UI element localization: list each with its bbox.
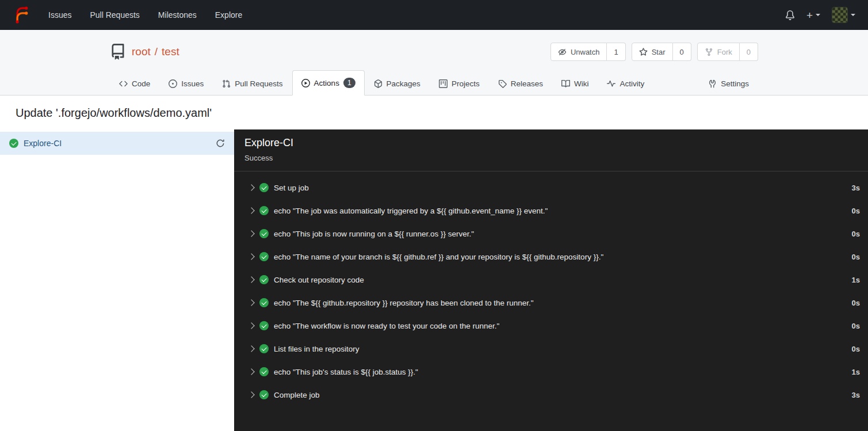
pulse-icon (607, 79, 615, 88)
fork-button-group: Fork 0 (697, 43, 758, 61)
step-name: echo "This job's status is ${{ job.statu… (274, 368, 418, 376)
repo-owner-link[interactable]: root (132, 45, 151, 58)
watch-count[interactable]: 1 (607, 43, 625, 61)
tab-issues[interactable]: Issues (159, 72, 213, 96)
step-row[interactable]: List files in the repository 0s (247, 337, 860, 360)
step-duration: 3s (845, 184, 860, 192)
chevron-down-icon (816, 14, 820, 16)
fork-icon (705, 48, 713, 56)
star-label: Star (652, 48, 666, 56)
project-board-icon (439, 79, 448, 88)
tab-label: Projects (452, 79, 480, 88)
tab-code[interactable]: Code (110, 72, 159, 96)
bell-icon (785, 10, 795, 20)
tab-pull-requests[interactable]: Pull Requests (213, 72, 292, 96)
nav-item-milestones[interactable]: Milestones (149, 0, 206, 30)
step-duration: 0s (845, 345, 860, 353)
chevron-right-icon (248, 185, 254, 191)
step-success-icon (259, 344, 269, 353)
step-row[interactable]: Check out repository code 1s (247, 268, 860, 291)
tab-wiki[interactable]: Wiki (552, 72, 598, 96)
jobs-sidebar: Explore-CI (0, 129, 234, 431)
rerun-job-button[interactable] (216, 139, 225, 148)
nav-item-issues[interactable]: Issues (39, 0, 81, 30)
sync-icon (216, 139, 225, 148)
step-row[interactable]: echo "The name of your branch is ${{ git… (247, 245, 860, 268)
step-row[interactable]: Set up job 3s (247, 176, 860, 199)
step-success-icon (259, 367, 269, 376)
step-duration: 3s (845, 391, 860, 399)
tab-actions[interactable]: Actions 1 (292, 70, 365, 96)
step-name: Check out repository code (274, 276, 364, 284)
tab-projects[interactable]: Projects (430, 72, 489, 96)
tab-label: Releases (511, 79, 543, 88)
top-navbar: Issues Pull Requests Milestones Explore … (0, 0, 868, 30)
chevron-right-icon (248, 277, 254, 283)
repo-header: root / test Unwatch 1 (0, 30, 868, 96)
step-row[interactable]: echo "This job's status is ${{ job.statu… (247, 360, 860, 383)
unwatch-button[interactable]: Unwatch (550, 43, 607, 61)
step-duration: 1s (845, 276, 860, 284)
book-icon (561, 79, 570, 88)
tab-releases[interactable]: Releases (489, 72, 552, 96)
chevron-right-icon (248, 392, 254, 398)
tab-settings[interactable]: Settings (699, 72, 758, 96)
unwatch-label: Unwatch (571, 48, 600, 56)
tab-label: Wiki (574, 79, 589, 88)
chevron-right-icon (248, 346, 254, 352)
tab-packages[interactable]: Packages (365, 72, 430, 96)
chevron-right-icon (248, 300, 254, 306)
repo-icon (110, 44, 126, 60)
steps-panel: Explore-CI Success Set up job 3s echo "T… (234, 129, 868, 431)
actions-count-badge: 1 (343, 78, 355, 88)
create-new-button[interactable]: + (806, 10, 820, 21)
issue-icon (169, 79, 177, 88)
nav-item-pull-requests[interactable]: Pull Requests (81, 0, 148, 30)
panel-job-status: Success (244, 154, 858, 162)
step-row[interactable]: echo "This job is now running on a ${{ r… (247, 222, 860, 245)
step-duration: 0s (845, 207, 860, 215)
forgejo-logo[interactable] (12, 5, 31, 25)
tab-activity[interactable]: Activity (598, 72, 653, 96)
step-success-icon (259, 321, 269, 330)
step-duration: 0s (845, 230, 860, 238)
fork-count[interactable]: 0 (740, 43, 758, 61)
package-icon (374, 79, 383, 88)
notifications-button[interactable] (785, 10, 795, 20)
step-success-icon (259, 275, 269, 284)
star-button[interactable]: Star (632, 43, 673, 61)
tab-label: Pull Requests (235, 79, 282, 88)
step-duration: 0s (845, 299, 860, 307)
step-name: echo "The job was automatically triggere… (274, 207, 548, 215)
repo-action-buttons: Unwatch 1 Star 0 (550, 43, 758, 61)
nav-item-explore[interactable]: Explore (206, 0, 251, 30)
chevron-right-icon (248, 231, 254, 237)
job-item-explore-ci[interactable]: Explore-CI (0, 132, 234, 155)
repo-name-link[interactable]: test (162, 45, 179, 58)
chevron-down-icon (851, 14, 855, 16)
navbar-links: Issues Pull Requests Milestones Explore (39, 0, 251, 30)
tab-label: Settings (721, 79, 749, 88)
tab-label: Actions (314, 79, 339, 87)
step-name: echo "This job is now running on a ${{ r… (274, 230, 474, 238)
chevron-right-icon (248, 369, 254, 375)
tools-icon (708, 79, 717, 88)
code-icon (119, 79, 128, 88)
step-success-icon (259, 298, 269, 307)
chevron-right-icon (248, 323, 254, 329)
job-success-icon (9, 139, 18, 148)
tab-label: Activity (620, 79, 644, 88)
fork-button[interactable]: Fork (697, 43, 740, 61)
step-row[interactable]: echo "The workflow is now ready to test … (247, 314, 860, 337)
user-menu-button[interactable] (832, 7, 855, 23)
step-success-icon (259, 390, 269, 399)
pull-request-icon (222, 79, 231, 88)
step-duration: 0s (845, 322, 860, 330)
avatar (832, 7, 848, 23)
step-name: Complete job (274, 391, 320, 399)
star-count[interactable]: 0 (673, 43, 691, 61)
step-row[interactable]: echo "The ${{ github.repository }} repos… (247, 291, 860, 314)
step-name: echo "The workflow is now ready to test … (274, 322, 499, 330)
step-row[interactable]: echo "The job was automatically triggere… (247, 199, 860, 222)
step-row[interactable]: Complete job 3s (247, 383, 860, 406)
